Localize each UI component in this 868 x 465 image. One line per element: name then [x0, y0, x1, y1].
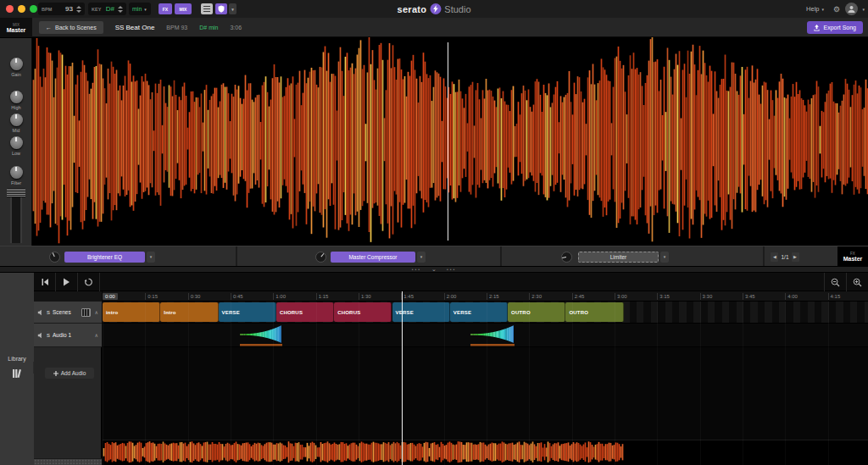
- mixer-knob-gain[interactable]: Gain: [0, 58, 32, 77]
- zoom-in-button[interactable]: [846, 273, 868, 291]
- key-scale-dropdown[interactable]: min ▾: [129, 3, 151, 15]
- solo-button[interactable]: S: [47, 333, 50, 338]
- add-audio-button[interactable]: Add Audio: [45, 368, 94, 379]
- knob-icon[interactable]: [10, 58, 23, 70]
- scene-block-verse-6[interactable]: VERSE: [450, 302, 508, 322]
- fx-amount-knob[interactable]: [49, 252, 60, 263]
- library-panel[interactable]: Library: [0, 273, 35, 465]
- scene-block-outro-8[interactable]: OUTRO: [565, 302, 623, 322]
- fx-target-channel[interactable]: FX Master: [837, 246, 868, 267]
- audio-clip-riser[interactable]: [470, 324, 515, 346]
- mixer-knob-high[interactable]: High: [0, 91, 32, 110]
- scene-block-chorus-4[interactable]: CHORUS: [334, 302, 392, 322]
- scenes-track-lane[interactable]: introIntroVERSECHORUSCHORUSVERSEVERSEOUT…: [103, 302, 868, 324]
- fx-dropdown-button[interactable]: ▾: [660, 252, 669, 263]
- scenes-track-header[interactable]: S Scenes ∧: [34, 302, 102, 324]
- fx-amount-knob[interactable]: [561, 252, 572, 263]
- scene-block-chorus-3[interactable]: CHORUS: [276, 302, 334, 322]
- scene-block-intro-1[interactable]: Intro: [160, 302, 218, 322]
- mixer-knob-mid[interactable]: Mid: [0, 113, 32, 133]
- fx-dropdown-button[interactable]: ▾: [417, 252, 426, 263]
- shield-dropdown-button[interactable]: ▾: [229, 3, 236, 14]
- audio-clip-riser[interactable]: [240, 324, 282, 346]
- scene-block-verse-2[interactable]: VERSE: [219, 302, 276, 322]
- collapse-chevron-icon[interactable]: ∧: [95, 309, 98, 315]
- speaker-mute-icon[interactable]: [37, 309, 44, 316]
- panel-resize-handle[interactable]: ••• ⌄ •••: [0, 266, 868, 273]
- zoom-out-icon: [831, 278, 840, 287]
- scene-block-verse-5[interactable]: VERSE: [392, 302, 450, 322]
- fx-panel-button[interactable]: FX: [159, 3, 172, 14]
- notepad-button[interactable]: [201, 3, 213, 14]
- empty-track-area[interactable]: [103, 347, 868, 440]
- fx-amount-knob[interactable]: [315, 252, 326, 263]
- scene-block-label: CHORUS: [334, 310, 360, 315]
- loop-button[interactable]: [78, 273, 100, 291]
- minimize-window-button[interactable]: [18, 5, 25, 13]
- fx-select-button[interactable]: Master Compressor: [331, 252, 415, 263]
- solo-button[interactable]: S: [47, 310, 50, 315]
- close-window-button[interactable]: [6, 5, 14, 13]
- song-overview-waveform[interactable]: [32, 37, 868, 246]
- skip-to-start-button[interactable]: [34, 273, 56, 291]
- shield-button[interactable]: [215, 3, 227, 14]
- master-volume-fader[interactable]: [7, 188, 25, 244]
- fader-cap[interactable]: [7, 188, 25, 197]
- fx-select-button[interactable]: Brightener EQ: [64, 252, 145, 263]
- zoom-in-icon: [853, 278, 862, 287]
- bpm-value[interactable]: 93: [65, 5, 73, 13]
- key-control[interactable]: KEY D#: [88, 3, 126, 15]
- overview-playhead[interactable]: [448, 42, 448, 241]
- bpm-control[interactable]: BPM 93: [38, 3, 85, 15]
- drag-dots-icon: •••: [412, 268, 421, 272]
- mixer-channel-header[interactable]: MIX Master: [0, 18, 32, 38]
- ruler-tick: 4:00: [785, 293, 798, 300]
- settings-button[interactable]: ⚙: [833, 0, 840, 18]
- account-button[interactable]: [845, 3, 858, 15]
- fx-page-prev-button[interactable]: ◀: [771, 252, 778, 262]
- speaker-mute-icon[interactable]: [37, 332, 44, 339]
- knob-icon[interactable]: [10, 166, 23, 179]
- help-menu[interactable]: Help ▾: [806, 0, 824, 18]
- fader-slot: [10, 197, 22, 243]
- timeline-content[interactable]: 0:000:150:300:451:001:151:301:452:002:15…: [103, 291, 868, 465]
- fx-rack: Brightener EQ▾Master Compressor▾Limiter▾…: [0, 246, 868, 266]
- knob-icon[interactable]: [10, 136, 23, 149]
- export-song-button[interactable]: Export Song: [807, 21, 863, 34]
- fx-page-next-button[interactable]: ▶: [792, 252, 799, 262]
- drag-dots-icon: •••: [447, 268, 456, 272]
- knob-label: Mid: [13, 128, 20, 133]
- chevron-down-icon: ⌄: [431, 266, 437, 272]
- knob-icon[interactable]: [10, 113, 23, 126]
- chevron-down-icon: ▾: [420, 254, 423, 259]
- chevron-down-icon[interactable]: ▾: [862, 7, 865, 12]
- audio-track-lane[interactable]: [103, 324, 868, 347]
- master-track-lane[interactable]: [103, 440, 868, 465]
- scene-block-outro-7[interactable]: OUTRO: [508, 302, 565, 322]
- knob-icon[interactable]: [10, 91, 23, 103]
- scene-pattern-icon[interactable]: [81, 308, 91, 317]
- fx-dropdown-button[interactable]: ▾: [147, 252, 155, 263]
- song-bar: ← Back to Scenes SS Beat One BPM 93 D# m…: [32, 18, 868, 37]
- key-stepper[interactable]: [118, 6, 123, 13]
- zoom-out-button[interactable]: [824, 273, 846, 291]
- audio-track-header[interactable]: S Audio 1 ∧: [34, 324, 102, 347]
- fx-target-channel-label: Master: [843, 256, 863, 262]
- key-value[interactable]: D#: [106, 5, 114, 13]
- mixer-knob-filter[interactable]: Filter: [0, 166, 32, 185]
- mixer-knob-low[interactable]: Low: [0, 136, 32, 156]
- time-ruler[interactable]: 0:000:150:300:451:001:151:301:452:002:15…: [103, 291, 868, 302]
- collapse-chevron-icon[interactable]: ∧: [95, 332, 98, 338]
- back-to-scenes-button[interactable]: ← Back to Scenes: [39, 21, 103, 34]
- scene-block-label: OUTRO: [508, 310, 531, 315]
- maximize-window-button[interactable]: [30, 5, 37, 13]
- mix-panel-button[interactable]: MIX: [175, 3, 192, 14]
- master-track-header[interactable]: Master ∧: [34, 458, 102, 465]
- play-button[interactable]: [56, 273, 78, 291]
- bpm-stepper[interactable]: [76, 6, 81, 13]
- timeline-playhead[interactable]: [402, 291, 403, 465]
- fx-select-button[interactable]: Limiter: [578, 252, 659, 263]
- scene-block-intro-0[interactable]: intro: [103, 302, 160, 322]
- ruler-tick: 2:00: [444, 293, 457, 300]
- chevron-down-icon: ▾: [144, 7, 147, 12]
